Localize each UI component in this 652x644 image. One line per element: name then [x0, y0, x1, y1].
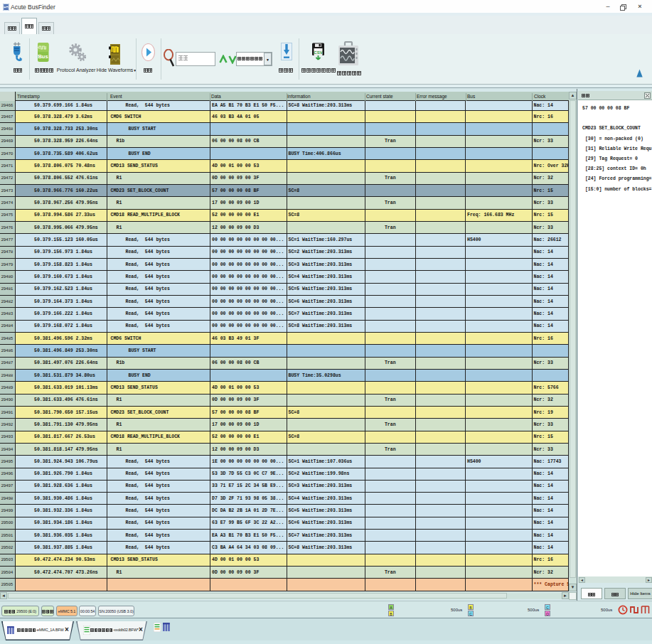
- svg-text:CSV: CSV: [314, 50, 322, 55]
- svg-text:Bus: Bus: [38, 53, 48, 60]
